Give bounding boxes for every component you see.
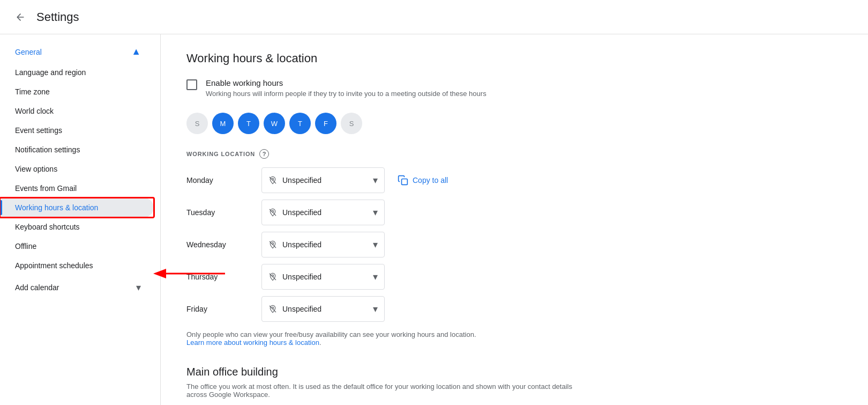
day-label-friday: Friday: [186, 305, 261, 313]
day-label-wednesday: Wednesday: [186, 240, 261, 249]
location-select-tuesday[interactable]: Unspecified ▾: [261, 200, 385, 225]
dropdown-arrow-wednesday: ▾: [373, 239, 378, 251]
dropdown-arrow-thursday: ▾: [373, 271, 378, 283]
pin-slash-icon-friday: [268, 305, 277, 313]
copy-to-all-label: Copy to all: [413, 176, 448, 185]
pin-slash-icon-wednesday: [268, 240, 277, 249]
day-rows: Monday Unspecified ▾: [186, 167, 842, 322]
pin-slash-icon-tuesday: [268, 208, 277, 217]
location-select-thursday[interactable]: Unspecified ▾: [261, 264, 385, 290]
day-row-friday: Friday Unspecified ▾: [186, 296, 842, 322]
day-row-tuesday: Tuesday Unspecified ▾: [186, 200, 842, 225]
location-value-friday: Unspecified: [282, 305, 368, 313]
dropdown-arrow-friday: ▾: [373, 303, 378, 315]
day-row-wednesday: Wednesday Unspecified ▾: [186, 232, 842, 257]
location-value-tuesday: Unspecified: [282, 208, 368, 217]
svg-rect-2: [402, 179, 408, 185]
location-value-monday: Unspecified: [282, 176, 368, 185]
day-button-thursday[interactable]: T: [289, 113, 311, 134]
sidebar-item-timezone[interactable]: Time zone: [0, 82, 154, 101]
location-select-wednesday[interactable]: Unspecified ▾: [261, 232, 385, 257]
sidebar-item-offline[interactable]: Offline: [0, 237, 154, 256]
sidebar-item-appointments[interactable]: Appointment schedules: [0, 256, 154, 275]
back-button[interactable]: [13, 10, 28, 25]
dropdown-arrow-monday: ▾: [373, 174, 378, 186]
sidebar: General ▲ Language and region Time zone …: [0, 34, 161, 405]
location-value-wednesday: Unspecified: [282, 240, 368, 249]
header: Settings: [0, 0, 868, 34]
section-title: Working hours & location: [186, 51, 842, 65]
location-select-monday[interactable]: Unspecified ▾: [261, 167, 385, 193]
sidebar-item-emailevents[interactable]: Events from Gmail: [0, 179, 154, 198]
day-row-monday: Monday Unspecified ▾: [186, 167, 842, 193]
dropdown-arrow-tuesday: ▾: [373, 207, 378, 218]
sidebar-item-keyboard[interactable]: Keyboard shortcuts: [0, 217, 154, 237]
chevron-down-icon: ▾: [136, 282, 141, 293]
enable-desc: Working hours will inform people if they…: [206, 90, 487, 98]
sidebar-item-wrapper-workinghours: Working hours & location: [0, 198, 160, 217]
pin-slash-icon-thursday: [268, 273, 277, 281]
location-select-friday[interactable]: Unspecified ▾: [261, 296, 385, 322]
enable-title: Enable working hours: [206, 78, 487, 87]
day-button-saturday[interactable]: S: [341, 113, 362, 134]
privacy-note: Only people who can view your free/busy …: [186, 330, 551, 347]
sidebar-item-notifications[interactable]: Notification settings: [0, 140, 154, 159]
location-value-thursday: Unspecified: [282, 273, 368, 281]
working-location-header: WORKING LOCATION ?: [186, 149, 842, 159]
day-row-thursday: Thursday Unspecified ▾: [186, 264, 842, 290]
working-location-label: WORKING LOCATION: [186, 151, 255, 157]
day-button-wednesday[interactable]: W: [264, 113, 285, 134]
add-calendar-row[interactable]: Add calendar ▾: [0, 275, 154, 299]
add-calendar-label: Add calendar: [15, 283, 59, 292]
sidebar-general-label: General: [15, 48, 42, 56]
sidebar-section-general[interactable]: General ▲: [0, 41, 154, 63]
day-button-sunday1[interactable]: S: [186, 113, 208, 134]
day-label-monday: Monday: [186, 176, 261, 185]
copy-icon: [398, 175, 408, 186]
page-title: Settings: [36, 10, 79, 24]
day-button-friday[interactable]: F: [315, 113, 336, 134]
enable-checkbox[interactable]: [186, 79, 197, 90]
enable-working-hours-row: Enable working hours Working hours will …: [186, 78, 842, 98]
pin-slash-icon-monday: [268, 176, 277, 185]
day-buttons: S M T W T F S: [186, 113, 842, 134]
help-icon[interactable]: ?: [259, 149, 269, 159]
day-label-tuesday: Tuesday: [186, 208, 261, 217]
chevron-up-icon: ▲: [131, 46, 141, 57]
sidebar-item-viewoptions[interactable]: View options: [0, 159, 154, 179]
office-section-desc: The office you work at most often. It is…: [186, 382, 572, 399]
sidebar-item-worldclock[interactable]: World clock: [0, 101, 154, 121]
sidebar-item-eventsettings[interactable]: Event settings: [0, 121, 154, 140]
day-button-monday[interactable]: M: [212, 113, 234, 134]
day-label-thursday: Thursday: [186, 273, 261, 281]
day-button-tuesday[interactable]: T: [238, 113, 259, 134]
enable-text-block: Enable working hours Working hours will …: [206, 78, 487, 98]
sidebar-item-workinghours[interactable]: Working hours & location: [0, 198, 154, 217]
main-content: Working hours & location Enable working …: [161, 34, 868, 405]
sidebar-item-language[interactable]: Language and region: [0, 63, 154, 82]
office-section-title: Main office building: [186, 366, 842, 378]
learn-more-link[interactable]: Learn more about working hours & locatio…: [186, 338, 319, 347]
layout: General ▲ Language and region Time zone …: [0, 34, 868, 405]
copy-to-all-button[interactable]: Copy to all: [398, 175, 448, 186]
